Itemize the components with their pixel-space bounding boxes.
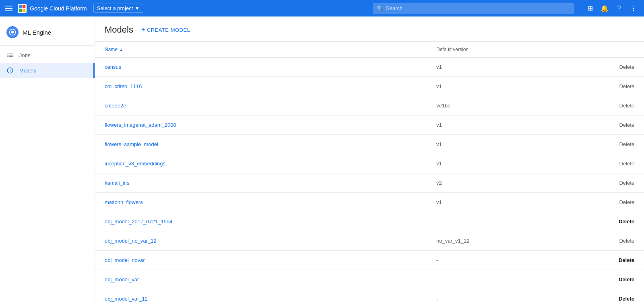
account-icon[interactable]: ⋮ [627, 2, 640, 15]
row-version: v1 [436, 122, 602, 128]
sort-asc-icon: ▲ [119, 47, 123, 52]
table-row: obj_model_novar-Delete [95, 251, 644, 270]
delete-button[interactable]: Delete [619, 141, 634, 147]
row-name[interactable]: obj_model_var_12 [105, 296, 436, 302]
search-icon: 🔍 [377, 5, 384, 12]
table-row: obj_model_2017_0721_1554-Delete [95, 212, 644, 231]
table-row: criteoe2eve1beDelete [95, 96, 644, 115]
plus-icon: + [141, 26, 145, 33]
delete-button[interactable]: Delete [619, 218, 634, 225]
models-label: Models [19, 68, 36, 74]
row-name[interactable]: kamali_iris [105, 180, 436, 186]
hamburger-menu[interactable] [4, 4, 14, 13]
google-logo [18, 4, 27, 13]
create-model-button[interactable]: + CREATE MODEL [141, 25, 190, 35]
row-action: Delete [602, 161, 634, 167]
product-name: ML Engine [23, 29, 51, 36]
row-action: Delete [602, 141, 634, 147]
row-version: v1 [436, 161, 602, 167]
table-row: inception_v3_embeddingsv1Delete [95, 154, 644, 173]
product-header: ML Engine [0, 21, 95, 44]
row-version: v1 [436, 64, 602, 70]
col-header-name[interactable]: Name ▲ [105, 47, 436, 52]
row-action: Delete [602, 199, 634, 205]
ml-engine-icon [6, 26, 19, 38]
row-action: Delete [602, 83, 634, 89]
row-action: Delete [602, 122, 634, 128]
delete-button[interactable]: Delete [619, 180, 634, 186]
row-version: v2 [436, 180, 602, 186]
delete-button[interactable]: Delete [619, 64, 634, 70]
table-row: cm_criteo_1116v1Delete [95, 77, 644, 96]
row-name[interactable]: flowers_imagenet_adam_2000 [105, 122, 436, 128]
row-version: v1 [436, 83, 602, 89]
row-name[interactable]: obj_model_no_var_12 [105, 238, 436, 244]
row-version: no_var_v1_12 [436, 238, 602, 244]
delete-button[interactable]: Delete [619, 83, 634, 89]
svg-rect-2 [19, 8, 22, 12]
row-action: Delete [602, 296, 634, 302]
row-version: ve1be [436, 103, 602, 109]
brand-name: Google Cloud Platform [30, 5, 87, 12]
delete-button[interactable]: Delete [619, 161, 634, 167]
delete-button[interactable]: Delete [619, 122, 634, 128]
notifications-icon[interactable]: 🔔 [598, 2, 611, 15]
row-name[interactable]: obj_model_var [105, 276, 436, 282]
row-name[interactable]: cm_criteo_1116 [105, 83, 436, 89]
top-nav: Google Cloud Platform Select a project ▼… [0, 0, 644, 16]
row-version: - [436, 257, 602, 263]
page-title: Models [105, 25, 133, 35]
table-row: obj_model_var_12-Delete [95, 289, 644, 303]
row-version: - [436, 218, 602, 225]
nav-icons: ⊞ 🔔 ? ⋮ [584, 2, 640, 15]
delete-button[interactable]: Delete [619, 103, 634, 109]
row-name[interactable]: obj_model_novar [105, 257, 436, 263]
row-name[interactable]: masonn_flowers [105, 199, 436, 205]
delete-button[interactable]: Delete [619, 199, 634, 205]
create-model-label: CREATE MODEL [147, 27, 190, 33]
svg-rect-0 [19, 5, 22, 8]
row-name[interactable]: census [105, 64, 436, 70]
table-row: flowers_sample_modelv1Delete [95, 135, 644, 154]
sidebar-item-models[interactable]: Models [0, 63, 95, 78]
table-row: masonn_flowersv1Delete [95, 193, 644, 212]
row-version: - [436, 276, 602, 282]
row-version: - [436, 296, 602, 302]
row-name[interactable]: inception_v3_embeddings [105, 161, 436, 167]
layout: ML Engine Jobs Models Models [0, 16, 644, 303]
search-bar[interactable]: 🔍 [373, 3, 574, 14]
row-name[interactable]: obj_model_2017_0721_1554 [105, 218, 436, 225]
svg-point-4 [11, 31, 14, 34]
help-icon[interactable]: ? [613, 2, 625, 15]
row-action: Delete [602, 180, 634, 186]
sidebar-item-jobs[interactable]: Jobs [0, 47, 95, 63]
svg-rect-3 [23, 8, 26, 12]
sidebar-divider [0, 45, 95, 46]
row-name[interactable]: flowers_sample_model [105, 141, 436, 147]
sidebar: ML Engine Jobs Models [0, 16, 95, 303]
table-row: censusv1Delete [95, 58, 644, 77]
chevron-down-icon: ▼ [134, 5, 140, 11]
table-header: Name ▲ Default version [95, 42, 644, 58]
delete-button[interactable]: Delete [619, 257, 634, 263]
table-row: kamali_irisv2Delete [95, 173, 644, 193]
models-icon [6, 67, 14, 74]
row-action: Delete [602, 64, 634, 70]
table-row: obj_model_no_var_12no_var_v1_12Delete [95, 231, 644, 251]
row-action: Delete [602, 103, 634, 109]
row-action: Delete [602, 238, 634, 244]
row-version: v1 [436, 199, 602, 205]
jobs-label: Jobs [19, 52, 30, 58]
delete-button[interactable]: Delete [619, 276, 634, 282]
delete-button[interactable]: Delete [619, 296, 634, 302]
main-content: Models + CREATE MODEL Name ▲ Default ver… [95, 16, 644, 303]
apps-icon[interactable]: ⊞ [584, 2, 597, 15]
page-header: Models + CREATE MODEL [95, 16, 644, 42]
svg-rect-1 [23, 5, 26, 8]
brand: Google Cloud Platform [18, 4, 87, 13]
project-selector[interactable]: Select a project ▼ [93, 4, 143, 13]
table-row: obj_model_var-Delete [95, 270, 644, 289]
row-name[interactable]: criteoe2e [105, 103, 436, 109]
delete-button[interactable]: Delete [619, 238, 634, 244]
search-input[interactable] [386, 5, 570, 11]
